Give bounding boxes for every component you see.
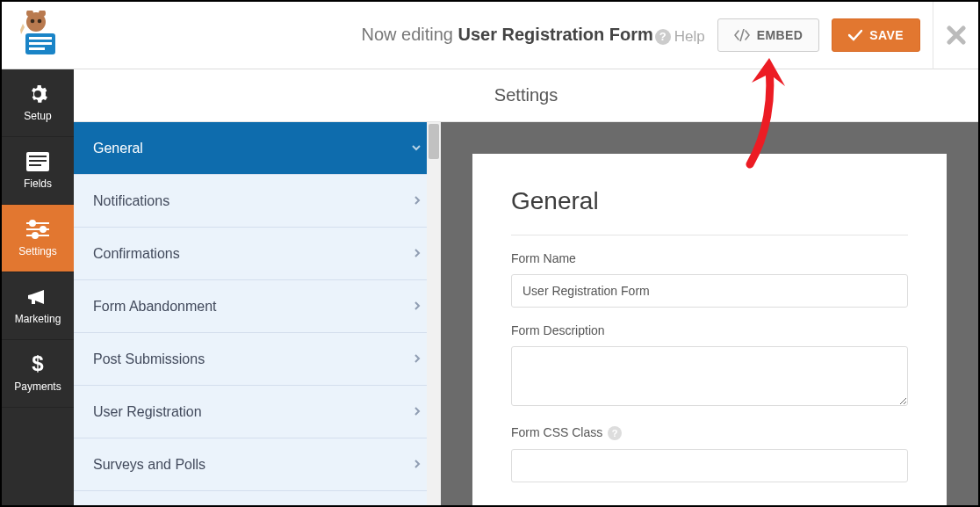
scrollbar[interactable]	[427, 122, 441, 507]
settings-item-label: Post Submissions	[93, 351, 205, 367]
save-label: SAVE	[869, 28, 904, 42]
svg-point-16	[30, 221, 35, 226]
now-editing-text: Now editing User Registration Form? Help	[361, 25, 704, 46]
form-description-label: Form Description	[511, 323, 908, 337]
left-nav: Setup Fields Settings Marketing $ Paymen…	[2, 69, 74, 507]
settings-item-label: Form Abandonment	[93, 299, 217, 315]
close-icon	[947, 25, 966, 45]
help-label: Help	[674, 28, 705, 46]
form-name-label: Form Name	[511, 251, 908, 265]
help-link[interactable]: ? Help	[655, 28, 705, 46]
sliders-icon	[26, 219, 49, 240]
list-icon	[26, 151, 49, 172]
nav-marketing[interactable]: Marketing	[2, 272, 74, 340]
editing-prefix: Now editing	[361, 25, 458, 44]
save-button[interactable]: SAVE	[832, 18, 920, 52]
nav-setup[interactable]: Setup	[2, 69, 74, 137]
preview-canvas: General Form Name Form Description Form …	[441, 122, 978, 507]
settings-item-notifications[interactable]: Notifications	[74, 175, 441, 228]
settings-item-form-abandonment[interactable]: Form Abandonment	[74, 280, 441, 333]
settings-item-surveys-polls[interactable]: Surveys and Polls	[74, 438, 441, 491]
settings-item-confirmations[interactable]: Confirmations	[74, 228, 441, 280]
close-button[interactable]	[933, 2, 978, 69]
page-title: Settings	[74, 69, 978, 122]
form-css-class-label: Form CSS Class?	[511, 425, 908, 440]
chevron-right-icon	[413, 193, 422, 209]
form-description-input[interactable]	[511, 346, 908, 406]
svg-rect-11	[29, 160, 47, 162]
svg-rect-12	[29, 164, 41, 166]
help-icon: ?	[655, 29, 671, 45]
dollar-icon: $	[31, 354, 45, 375]
panel-heading: General	[511, 187, 908, 215]
code-icon	[734, 29, 750, 41]
chevron-right-icon	[413, 404, 422, 420]
app-logo	[2, 2, 70, 69]
top-center: Now editing User Registration Form? Help…	[70, 18, 933, 52]
settings-item-label: Confirmations	[93, 246, 180, 262]
check-icon	[848, 29, 862, 41]
nav-label: Marketing	[15, 313, 61, 325]
svg-rect-7	[29, 42, 52, 45]
svg-point-17	[40, 227, 46, 232]
nav-payments[interactable]: $ Payments	[2, 340, 74, 408]
nav-label: Fields	[24, 177, 52, 190]
help-tooltip-icon[interactable]: ?	[608, 426, 622, 440]
gear-icon	[27, 83, 48, 105]
form-name-input[interactable]	[511, 274, 908, 308]
settings-item-label: Notifications	[93, 193, 169, 209]
settings-item-post-submissions[interactable]: Post Submissions	[74, 333, 441, 386]
field-form-description: Form Description	[511, 323, 908, 409]
settings-item-label: Surveys and Polls	[93, 457, 205, 473]
content: Settings General Notifications Confirmat…	[74, 69, 978, 507]
bullhorn-icon	[26, 286, 49, 308]
svg-point-18	[32, 233, 38, 238]
editing-title: User Registration Form	[458, 25, 653, 44]
nav-label: Setup	[24, 110, 51, 122]
svg-rect-6	[29, 37, 52, 40]
divider	[511, 235, 908, 235]
nav-label: Payments	[14, 380, 61, 393]
nav-settings[interactable]: Settings	[2, 205, 74, 272]
main: Setup Fields Settings Marketing $ Paymen…	[2, 69, 978, 507]
chevron-down-icon	[411, 141, 422, 156]
svg-text:$: $	[32, 353, 44, 375]
scrollbar-thumb[interactable]	[429, 124, 439, 159]
chevron-right-icon	[413, 246, 422, 262]
chevron-right-icon	[413, 351, 422, 367]
svg-point-1	[31, 19, 35, 24]
chevron-right-icon	[413, 457, 422, 473]
settings-item-user-registration[interactable]: User Registration	[74, 386, 441, 438]
columns: General Notifications Confirmations Form…	[74, 122, 978, 507]
svg-point-2	[38, 19, 42, 24]
field-form-css-class: Form CSS Class?	[511, 425, 908, 482]
top-bar: Now editing User Registration Form? Help…	[2, 2, 978, 69]
settings-item-general[interactable]: General	[74, 122, 441, 175]
embed-label: EMBED	[757, 28, 803, 42]
nav-fields[interactable]: Fields	[2, 137, 74, 205]
svg-rect-8	[29, 47, 45, 50]
field-form-name: Form Name	[511, 251, 908, 308]
settings-item-label: General	[93, 141, 143, 156]
settings-item-label: User Registration	[93, 404, 202, 420]
settings-panel: General Form Name Form Description Form …	[472, 154, 947, 507]
form-css-class-label-text: Form CSS Class	[511, 425, 602, 439]
embed-button[interactable]: EMBED	[717, 18, 820, 52]
form-css-class-input[interactable]	[511, 449, 908, 482]
svg-rect-10	[29, 156, 47, 157]
chevron-right-icon	[413, 299, 422, 315]
wpforms-logo-icon	[14, 11, 63, 60]
settings-list: General Notifications Confirmations Form…	[74, 122, 441, 507]
nav-label: Settings	[18, 245, 56, 257]
